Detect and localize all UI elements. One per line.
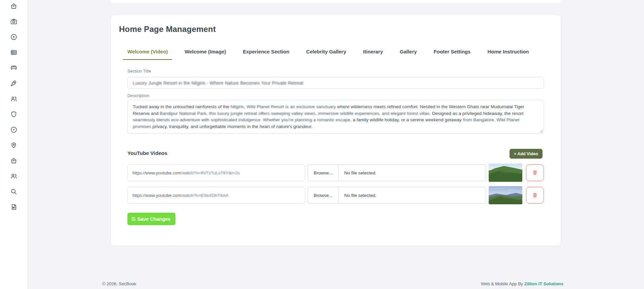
document-icon [10,203,17,211]
play-circle-icon [10,33,17,41]
description-text: Tucked away in the untouched rainforests… [133,104,231,109]
sidebar-item-documents[interactable] [9,203,19,211]
tab-celebrity-gallery[interactable]: Celebrity Gallery [302,47,351,60]
add-video-button[interactable]: + Add Video [510,149,542,159]
rocket-icon [10,80,17,87]
trash-icon [532,192,538,198]
users-icon [10,95,17,102]
tab-welcome-image[interactable]: Welcome (Image) [180,47,230,60]
delete-video-button[interactable] [526,164,544,181]
sidebar-item-users[interactable] [9,95,19,102]
sidebar-item-locations[interactable] [9,141,19,149]
sidebar-item-rooms[interactable] [9,64,19,72]
description-textarea[interactable]: Tucked away in the untouched rainforests… [127,100,544,134]
copyright-text: © 2026, SecBook [102,281,136,286]
credits-prefix: Web & Mobile App By [481,281,524,286]
sidebar-item-launch[interactable] [9,80,19,87]
video-row: https://www.youtube.com/watch?v=9VTzTuLs… [127,164,544,181]
description-label: Description [127,93,149,98]
file-status-text: No file selected. [344,170,376,175]
previous-card-edge [111,0,561,3]
newspaper-icon [10,49,17,56]
camera-icon [10,18,17,25]
textarea-resize-handle[interactable] [539,129,543,133]
video-file-input[interactable]: Browse... No file selected. [308,164,486,181]
sidebar-item-members[interactable] [9,172,19,180]
tab-gallery[interactable]: Gallery [395,47,421,60]
shield-icon [10,111,17,118]
description-text: Bandipur National Park, this luxury jung… [160,111,431,116]
bed-icon [10,64,17,72]
sidebar-item-security[interactable] [9,111,19,118]
browse-button[interactable]: Browse... [308,187,339,203]
description-text: a family wildlife holiday, or a serene w… [352,117,463,122]
file-status-text: No file selected. [344,193,376,198]
sidebar-item-home[interactable] [9,2,19,10]
users-icon [10,172,17,180]
sidebar-item-search[interactable] [9,188,19,195]
search-icon [10,188,17,195]
video-thumbnail [489,164,522,182]
video-url-tail: /watch?v=ESeXDhT6AA [181,193,229,198]
sidebar-item-videos[interactable] [9,33,19,41]
sidebar-item-homepage[interactable] [9,157,19,164]
video-url-prefix: https://www.youtube.com [132,170,181,175]
video-thumbnail [489,186,522,204]
youtube-videos-heading: YouTube Videos [127,150,167,156]
description-text: privacy, tranquility, and unforgettable … [151,124,313,129]
sidebar-item-news[interactable] [9,49,19,56]
save-changes-label: Save Changes [137,216,170,222]
section-title-input[interactable]: Luxury Jungle Resort in the Nilgiris - W… [127,77,544,89]
video-url-tail: /watch?v=9VTzTuLsT6Y&t=2s [181,170,240,175]
page-title: Home Page Management [119,25,216,34]
video-url-input[interactable]: https://www.youtube.com/watch?v=9VTzTuLs… [127,164,305,181]
description-text: Designed as a privileged hideaway, the r… [431,111,524,116]
tab-itinerary[interactable]: Itinerary [359,47,387,60]
section-title-value: Luxury Jungle Resort in the Nilgiris - W… [133,80,303,86]
save-changes-button[interactable]: Save Changes [127,213,175,225]
sidebar-item-explore[interactable] [9,126,19,133]
browse-button[interactable]: Browse... [308,165,339,181]
mountain-thumbnail-image [489,164,522,182]
tab-home-instruction[interactable]: Home Instruction [483,47,533,60]
credits-brand-link[interactable]: Zillion IT Solutions [524,281,563,286]
section-title-label: Section Title [127,69,151,74]
trash-icon [532,170,538,176]
tab-welcome-video[interactable]: Welcome (Video) [123,47,172,60]
video-url-prefix: https://www.youtube.com [132,193,181,198]
delete-video-button[interactable] [526,187,544,204]
compass-icon [10,126,17,133]
map-pin-icon [10,141,17,149]
home-page-management-card: Home Page Management Welcome (Video) Wel… [111,15,561,246]
video-url-input[interactable]: https://www.youtube.com/watch?v=ESeXDhT6… [127,187,305,204]
video-file-input[interactable]: Browse... No file selected. [308,187,486,204]
tab-experience-section[interactable]: Experience Section [238,47,293,60]
description-text: Nilgiris, Wild Planet Resort is an exclu… [231,104,336,109]
tab-bar: Welcome (Video) Welcome (Image) Experien… [123,47,533,60]
credits-text: Web & Mobile App By Zillion IT Solutions [481,281,563,286]
home-icon [10,157,17,164]
description-text: seamlessly blends eco-adventure with sop… [133,117,352,122]
floppy-disk-icon [131,216,136,221]
tab-footer-settings[interactable]: Footer Settings [429,47,475,60]
sidebar [0,0,28,289]
video-row: https://www.youtube.com/watch?v=ESeXDhT6… [127,187,544,204]
mountain-thumbnail-image [489,186,522,204]
sidebar-item-media[interactable] [9,18,19,25]
home-icon [10,2,17,10]
